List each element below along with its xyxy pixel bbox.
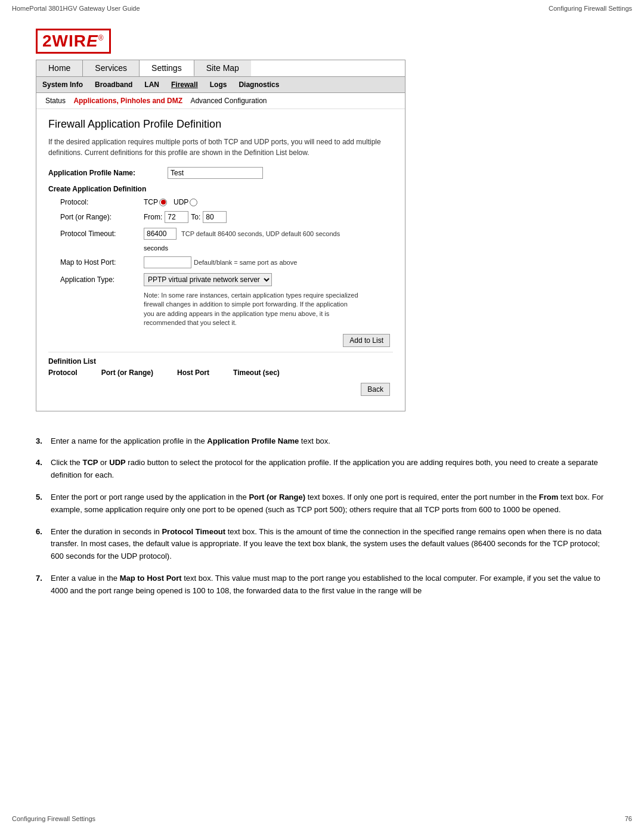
- logo-reg: ®: [98, 34, 104, 42]
- tcp-option: TCP: [144, 198, 167, 206]
- udp-label: UDP: [174, 198, 188, 206]
- protocol-group: TCP UDP: [144, 198, 393, 206]
- tcp-label: TCP: [144, 198, 158, 206]
- app-type-select[interactable]: PPTP virtual private network server None…: [144, 273, 272, 286]
- back-button[interactable]: Back: [361, 383, 390, 396]
- content-area: Firewall Application Profile Definition …: [36, 109, 405, 411]
- item-3-number: 3.: [36, 435, 51, 448]
- port-inputs: From: To:: [144, 211, 393, 223]
- header-left: HomePortal 3801HGV Gateway User Guide: [12, 5, 140, 12]
- create-section-header: Create Application Definition: [48, 185, 393, 193]
- definition-columns: Protocol Port (or Range) Host Port Timeo…: [48, 368, 393, 377]
- col-port: Port (or Range): [101, 368, 153, 377]
- map-host-row: Map to Host Port: Default/blank = same p…: [48, 256, 393, 268]
- item-3-content: Enter a name for the application profile…: [51, 435, 608, 448]
- host-port-input[interactable]: [144, 256, 191, 268]
- add-to-list-button[interactable]: Add to List: [343, 334, 390, 347]
- map-host-inputs: Default/blank = same port as above: [144, 256, 393, 268]
- secondary-nav: System Info Broadband LAN Firewall Logs …: [36, 77, 405, 93]
- to-label: To:: [191, 213, 200, 221]
- list-item-7: 7. Enter a value in the Map to Host Port…: [36, 572, 608, 597]
- nav-firewall[interactable]: Firewall: [171, 80, 198, 89]
- nav-logs[interactable]: Logs: [210, 80, 227, 89]
- nav-broadband[interactable]: Broadband: [95, 80, 132, 89]
- item-6-number: 6.: [36, 526, 51, 538]
- col-host-port: Host Port: [177, 368, 209, 377]
- profile-name-value: [168, 167, 393, 179]
- item-7-number: 7.: [36, 572, 51, 585]
- nav-diagnostics[interactable]: Diagnostics: [239, 80, 279, 89]
- timeout-input[interactable]: [144, 228, 177, 240]
- instructions-list: 3. Enter a name for the application prof…: [36, 435, 608, 597]
- timeout-label: Protocol Timeout:: [48, 230, 144, 238]
- item-6-content: Enter the duration in seconds in Protoco…: [51, 526, 608, 563]
- footer-left: Configuring Firewall Settings: [12, 815, 95, 822]
- page-header: HomePortal 3801HGV Gateway User Guide Co…: [0, 0, 644, 17]
- timeout-row: Protocol Timeout: TCP default 86400 seco…: [48, 228, 393, 240]
- main-content: 2WIRE® Home Services Settings Site Map S…: [0, 17, 644, 423]
- main-panel: System Info Broadband LAN Firewall Logs …: [36, 76, 405, 411]
- nav-system-info[interactable]: System Info: [42, 80, 83, 89]
- port-from-input[interactable]: [165, 211, 188, 223]
- tab-services[interactable]: Services: [83, 60, 140, 76]
- tab-settings[interactable]: Settings: [140, 60, 194, 76]
- page-title: Firewall Application Profile Definition: [48, 118, 393, 131]
- add-button-row: Add to List: [48, 334, 393, 347]
- tertiary-advanced[interactable]: Advanced Configuration: [190, 97, 267, 105]
- page-footer: Configuring Firewall Settings 76: [0, 810, 644, 827]
- profile-name-input[interactable]: [168, 167, 263, 179]
- footer-right: 76: [625, 815, 632, 822]
- item-7-content: Enter a value in the Map to Host Port te…: [51, 572, 608, 597]
- list-item-5: 5. Enter the port or port range used by …: [36, 491, 608, 516]
- protocol-label: Protocol:: [48, 198, 144, 206]
- back-button-row: Back: [48, 383, 393, 396]
- app-type-label: Application Type:: [48, 275, 144, 284]
- app-type-row: Application Type: PPTP virtual private n…: [48, 273, 393, 286]
- app-note: Note: In some rare instances, certain ap…: [144, 291, 393, 328]
- item-4-number: 4.: [36, 457, 51, 469]
- udp-radio[interactable]: [190, 199, 197, 206]
- body-text-section: 3. Enter a name for the application prof…: [0, 423, 644, 619]
- tertiary-applications[interactable]: Applications, Pinholes and DMZ: [73, 97, 182, 105]
- port-row: Port (or Range): From: To:: [48, 211, 393, 223]
- col-protocol: Protocol: [48, 368, 78, 377]
- description-text: If the desired application requires mult…: [48, 137, 393, 158]
- timeout-inputs: TCP default 86400 seconds, UDP default 6…: [144, 228, 393, 240]
- profile-name-row: Application Profile Name:: [48, 167, 393, 179]
- udp-option: UDP: [174, 198, 197, 206]
- item-5-number: 5.: [36, 491, 51, 504]
- timeout-seconds-row: seconds: [48, 244, 393, 252]
- tcp-radio[interactable]: [159, 199, 167, 206]
- port-to-input[interactable]: [203, 211, 227, 223]
- port-label: Port (or Range):: [48, 213, 144, 221]
- app-note-row: Note: In some rare instances, certain ap…: [48, 291, 393, 328]
- header-right: Configuring Firewall Settings: [549, 5, 632, 12]
- nav-tabs: Home Services Settings Site Map: [36, 60, 405, 76]
- col-timeout: Timeout (sec): [233, 368, 280, 377]
- list-item-4: 4. Click the TCP or UDP radio button to …: [36, 457, 608, 482]
- profile-name-label: Application Profile Name:: [48, 169, 168, 177]
- protocol-row: Protocol: TCP UDP: [48, 198, 393, 206]
- tertiary-nav: Status Applications, Pinholes and DMZ Ad…: [36, 93, 405, 109]
- logo-text: 2WIRE®: [36, 29, 111, 54]
- definition-list-header: Definition List: [48, 357, 393, 366]
- map-host-label: Map to Host Port:: [48, 258, 144, 267]
- tcp-radio-dot: [161, 200, 166, 205]
- tab-sitemap[interactable]: Site Map: [194, 60, 251, 76]
- create-app-section: Create Application Definition Protocol: …: [48, 185, 393, 396]
- timeout-note: TCP default 86400 seconds, UDP default 6…: [181, 230, 340, 237]
- nav-lan[interactable]: LAN: [144, 80, 159, 89]
- app-note-text: Note: In some rare instances, certain ap…: [144, 291, 358, 328]
- app-type-select-wrapper: PPTP virtual private network server None…: [144, 273, 393, 286]
- tertiary-status[interactable]: Status: [45, 97, 66, 105]
- map-host-note: Default/blank = same port as above: [194, 259, 297, 266]
- profile-name-section: Application Profile Name:: [48, 167, 393, 179]
- seconds-label: seconds: [144, 244, 393, 252]
- logo: 2WIRE®: [36, 29, 608, 54]
- from-label: From:: [144, 213, 162, 221]
- item-5-content: Enter the port or port range used by the…: [51, 491, 608, 516]
- item-4-content: Click the TCP or UDP radio button to sel…: [51, 457, 608, 482]
- tab-home[interactable]: Home: [36, 60, 83, 76]
- list-item-3: 3. Enter a name for the application prof…: [36, 435, 608, 448]
- list-item-6: 6. Enter the duration in seconds in Prot…: [36, 526, 608, 563]
